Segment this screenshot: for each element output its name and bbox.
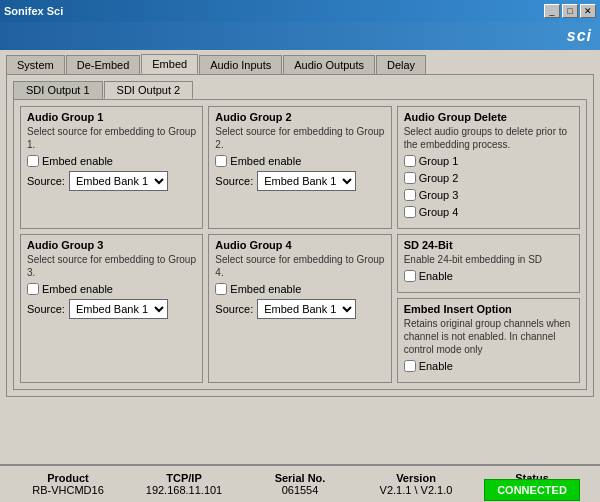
delete-group-3-row: Group 3 <box>404 189 573 201</box>
sdi-tab-bar: SDI Output 1 SDI Output 2 <box>13 81 587 99</box>
delete-group-1-row: Group 1 <box>404 155 573 167</box>
audio-group-3-title: Audio Group 3 <box>27 239 196 251</box>
audio-group-4-embed-checkbox[interactable] <box>215 283 227 295</box>
maximize-button[interactable]: □ <box>562 4 578 18</box>
delete-checkboxes: Group 1 Group 2 Group 3 <box>404 155 573 222</box>
sd-24bit-enable-checkbox[interactable] <box>404 270 416 282</box>
audio-group-2-embed-checkbox[interactable] <box>215 155 227 167</box>
delete-group-1-label: Group 1 <box>419 155 459 167</box>
delete-group-4-label: Group 4 <box>419 206 459 218</box>
window-title: Sonifex Sci <box>4 5 63 17</box>
tab-system[interactable]: System <box>6 55 65 74</box>
status-serial-value: 061554 <box>242 484 358 496</box>
embed-panel: SDI Output 1 SDI Output 2 Audio Group 1 … <box>6 74 594 397</box>
audio-group-delete-title: Audio Group Delete <box>404 111 573 123</box>
audio-group-2-source-row: Source: Embed Bank 1 Embed Bank 2 AES In… <box>215 171 384 191</box>
logo-text: sci <box>567 27 592 45</box>
sdi-output-2-tab[interactable]: SDI Output 2 <box>104 81 194 99</box>
audio-group-1-box: Audio Group 1 Select source for embeddin… <box>20 106 203 229</box>
audio-group-1-embed-label: Embed enable <box>42 155 113 167</box>
audio-group-4-source-select[interactable]: Embed Bank 1 Embed Bank 2 AES Input Anal… <box>257 299 356 319</box>
delete-group-3-label: Group 3 <box>419 189 459 201</box>
audio-group-3-source-row: Source: Embed Bank 1 Embed Bank 2 AES In… <box>27 299 196 319</box>
audio-group-1-source-label: Source: <box>27 175 65 187</box>
delete-group-4-row: Group 4 <box>404 206 573 218</box>
delete-group-2-checkbox[interactable] <box>404 172 416 184</box>
audio-group-3-source-label: Source: <box>27 303 65 315</box>
audio-group-4-embed-label: Embed enable <box>230 283 301 295</box>
sd-24bit-enable-row: Enable <box>404 270 573 282</box>
status-bar: Product RB-VHCMD16 TCP/IP 192.168.11.101… <box>0 464 600 502</box>
audio-group-1-title: Audio Group 1 <box>27 111 196 123</box>
audio-group-1-embed-row: Embed enable <box>27 155 196 167</box>
audio-group-4-source-row: Source: Embed Bank 1 Embed Bank 2 AES In… <box>215 299 384 319</box>
status-tcpip-value: 192.168.11.101 <box>126 484 242 496</box>
audio-group-1-source-row: Source: Embed Bank 1 Embed Bank 2 AES In… <box>27 171 196 191</box>
audio-group-4-source-label: Source: <box>215 303 253 315</box>
audio-group-2-source-label: Source: <box>215 175 253 187</box>
sd-24bit-desc: Enable 24-bit embedding in SD <box>404 253 573 266</box>
audio-group-2-embed-label: Embed enable <box>230 155 301 167</box>
embed-insert-enable-checkbox[interactable] <box>404 360 416 372</box>
delete-group-3-checkbox[interactable] <box>404 189 416 201</box>
status-version-label: Version <box>358 472 474 484</box>
delete-group-2-row: Group 2 <box>404 172 573 184</box>
sd-24bit-enable-label: Enable <box>419 270 453 282</box>
minimize-button[interactable]: _ <box>544 4 560 18</box>
audio-group-2-source-select[interactable]: Embed Bank 1 Embed Bank 2 AES Input Anal… <box>257 171 356 191</box>
audio-group-delete-desc: Select audio groups to delete prior to t… <box>404 125 573 151</box>
embed-insert-title: Embed Insert Option <box>404 303 573 315</box>
tab-de-embed[interactable]: De-Embed <box>66 55 141 74</box>
sdi-output-2-content: Audio Group 1 Select source for embeddin… <box>13 99 587 390</box>
status-tcpip-label: TCP/IP <box>126 472 242 484</box>
sd-24bit-box: SD 24-Bit Enable 24-bit embedding in SD … <box>397 234 580 293</box>
status-connection: Status CONNECTED <box>474 472 590 496</box>
status-connected-badge: CONNECTED <box>484 479 580 501</box>
status-product-label: Product <box>10 472 126 484</box>
audio-group-3-source-select[interactable]: Embed Bank 1 Embed Bank 2 AES Input Anal… <box>69 299 168 319</box>
audio-group-3-embed-row: Embed enable <box>27 283 196 295</box>
tab-audio-outputs[interactable]: Audio Outputs <box>283 55 375 74</box>
audio-group-4-box: Audio Group 4 Select source for embeddin… <box>208 234 391 383</box>
status-version-value: V2.1.1 \ V2.1.0 <box>358 484 474 496</box>
status-product: Product RB-VHCMD16 <box>10 472 126 496</box>
embed-insert-desc: Retains original group channels when cha… <box>404 317 573 356</box>
status-tcpip: TCP/IP 192.168.11.101 <box>126 472 242 496</box>
audio-group-1-desc: Select source for embedding to Group 1. <box>27 125 196 151</box>
audio-group-3-box: Audio Group 3 Select source for embeddin… <box>20 234 203 383</box>
status-product-value: RB-VHCMD16 <box>10 484 126 496</box>
delete-group-4-checkbox[interactable] <box>404 206 416 218</box>
tab-audio-inputs[interactable]: Audio Inputs <box>199 55 282 74</box>
audio-group-2-box: Audio Group 2 Select source for embeddin… <box>208 106 391 229</box>
main-content: System De-Embed Embed Audio Inputs Audio… <box>0 50 600 401</box>
audio-group-2-embed-row: Embed enable <box>215 155 384 167</box>
audio-group-2-title: Audio Group 2 <box>215 111 384 123</box>
audio-group-3-desc: Select source for embedding to Group 3. <box>27 253 196 279</box>
logo-bar: sci <box>0 22 600 50</box>
audio-group-4-title: Audio Group 4 <box>215 239 384 251</box>
audio-group-3-embed-checkbox[interactable] <box>27 283 39 295</box>
delete-group-1-checkbox[interactable] <box>404 155 416 167</box>
embed-insert-enable-label: Enable <box>419 360 453 372</box>
sdi-output-1-tab[interactable]: SDI Output 1 <box>13 81 103 99</box>
title-bar: Sonifex Sci _ □ ✕ <box>0 0 600 22</box>
sd-24bit-title: SD 24-Bit <box>404 239 573 251</box>
audio-group-1-source-select[interactable]: Embed Bank 1 Embed Bank 2 AES Input Anal… <box>69 171 168 191</box>
audio-group-4-desc: Select source for embedding to Group 4. <box>215 253 384 279</box>
status-serial: Serial No. 061554 <box>242 472 358 496</box>
embed-insert-box: Embed Insert Option Retains original gro… <box>397 298 580 383</box>
main-tab-bar: System De-Embed Embed Audio Inputs Audio… <box>6 54 594 74</box>
delete-group-2-label: Group 2 <box>419 172 459 184</box>
embed-insert-enable-row: Enable <box>404 360 573 372</box>
status-serial-label: Serial No. <box>242 472 358 484</box>
tab-embed[interactable]: Embed <box>141 54 198 74</box>
audio-group-4-embed-row: Embed enable <box>215 283 384 295</box>
audio-group-delete-box: Audio Group Delete Select audio groups t… <box>397 106 580 229</box>
tab-delay[interactable]: Delay <box>376 55 426 74</box>
audio-group-3-embed-label: Embed enable <box>42 283 113 295</box>
audio-group-1-embed-checkbox[interactable] <box>27 155 39 167</box>
status-version: Version V2.1.1 \ V2.1.0 <box>358 472 474 496</box>
close-button[interactable]: ✕ <box>580 4 596 18</box>
audio-group-2-desc: Select source for embedding to Group 2. <box>215 125 384 151</box>
